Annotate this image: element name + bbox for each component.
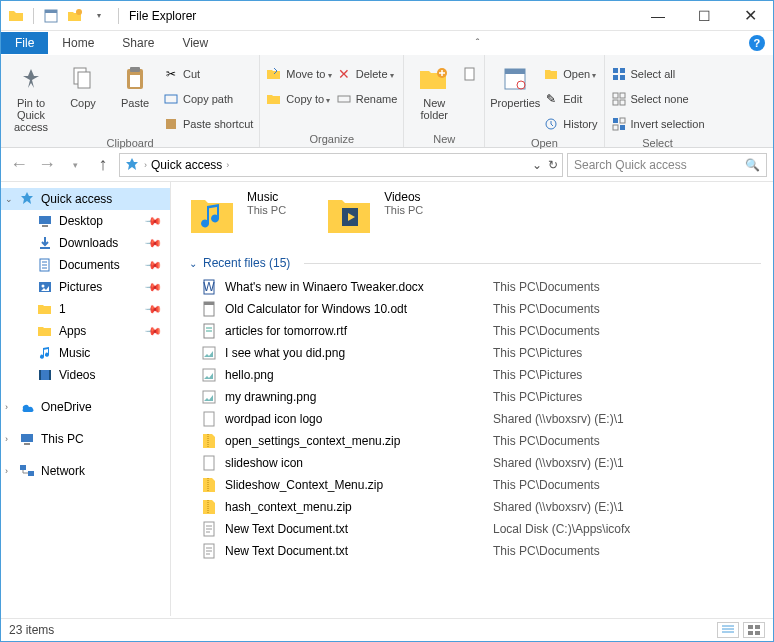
chevron-icon[interactable]: › — [144, 160, 147, 170]
file-row[interactable]: WWhat's new in Winaero Tweaker.docxThis … — [189, 276, 761, 298]
address-dropdown-icon[interactable]: ⌄ — [532, 158, 542, 172]
svg-rect-57 — [755, 625, 760, 629]
search-icon: 🔍 — [745, 158, 760, 172]
paste-button[interactable]: Paste — [111, 59, 159, 109]
tab-file[interactable]: File — [1, 32, 48, 54]
expand-icon[interactable]: › — [5, 434, 8, 444]
qat-properties-icon[interactable] — [40, 5, 62, 27]
collapse-ribbon-icon[interactable]: ˆ — [476, 36, 488, 50]
tree-item[interactable]: Videos — [1, 364, 170, 386]
newfolder-button[interactable]: New folder — [410, 59, 458, 121]
invertselection-button[interactable]: Invert selection — [611, 113, 705, 135]
file-row[interactable]: Slideshow_Context_Menu.zipThis PC\Docume… — [189, 474, 761, 496]
pin-quick-access-button[interactable]: Pin to Quick access — [7, 59, 55, 133]
file-row[interactable]: my drawning.pngThis PC\Pictures — [189, 386, 761, 408]
file-row[interactable]: articles for tomorrow.rtfThis PC\Documen… — [189, 320, 761, 342]
tree-item[interactable]: 1📌 — [1, 298, 170, 320]
maximize-button[interactable]: ☐ — [681, 1, 727, 31]
file-row[interactable]: wordpad icon logoShared (\\vboxsrv) (E:)… — [189, 408, 761, 430]
selectall-button[interactable]: Select all — [611, 63, 705, 85]
tab-share[interactable]: Share — [108, 32, 168, 54]
file-row[interactable]: I see what you did.pngThis PC\Pictures — [189, 342, 761, 364]
nav-back-button[interactable]: ← — [7, 153, 31, 177]
svg-rect-35 — [39, 370, 41, 380]
titlebar: ▾ File Explorer — ☐ ✕ — [1, 1, 773, 31]
file-row[interactable]: hello.pngThis PC\Pictures — [189, 364, 761, 386]
tree-item-icon — [37, 323, 53, 339]
refresh-icon[interactable]: ↻ — [548, 158, 558, 172]
file-row[interactable]: slideshow iconShared (\\vboxsrv) (E:)\1 — [189, 452, 761, 474]
tree-onedrive[interactable]: ›OneDrive — [1, 396, 170, 418]
tree-item-label: Pictures — [59, 280, 102, 294]
history-button[interactable]: History — [543, 113, 597, 135]
file-row[interactable]: hash_context_menu.zipShared (\\vboxsrv) … — [189, 496, 761, 518]
tree-network[interactable]: ›Network — [1, 460, 170, 482]
address-bar[interactable]: › Quick access › ⌄ ↻ — [119, 153, 563, 177]
help-icon[interactable]: ? — [749, 35, 765, 51]
status-bar: 23 items — [1, 618, 773, 641]
svg-rect-53 — [204, 456, 214, 470]
moveto-button[interactable]: Move to — [266, 63, 331, 85]
copypath-button[interactable]: Copy path — [163, 88, 253, 110]
expand-icon[interactable]: ⌄ — [5, 194, 13, 204]
folder-icon — [189, 190, 237, 238]
nav-forward-button[interactable]: → — [35, 153, 59, 177]
edit-button[interactable]: ✎Edit — [543, 88, 597, 110]
tree-item[interactable]: Music — [1, 342, 170, 364]
tree-item[interactable]: Documents📌 — [1, 254, 170, 276]
recent-files-header[interactable]: ⌄ Recent files (15) — [189, 256, 761, 270]
tree-thispc[interactable]: ›This PC — [1, 428, 170, 450]
properties-button[interactable]: Properties — [491, 59, 539, 109]
expand-icon[interactable]: › — [5, 466, 8, 476]
file-icon — [201, 433, 217, 449]
file-path: This PC\Documents — [493, 280, 600, 294]
file-icon — [201, 499, 217, 515]
rename-button[interactable]: Rename — [336, 88, 398, 110]
svg-rect-6 — [130, 67, 140, 72]
tree-item[interactable]: Desktop📌 — [1, 210, 170, 232]
breadcrumb-root[interactable]: Quick access — [151, 158, 222, 172]
close-button[interactable]: ✕ — [727, 1, 773, 31]
delete-button[interactable]: ✕Delete — [336, 63, 398, 85]
tab-home[interactable]: Home — [48, 32, 108, 54]
file-icon — [201, 301, 217, 317]
newitem-button[interactable] — [462, 63, 478, 85]
file-row[interactable]: New Text Document.txtLocal Disk (C:)\App… — [189, 518, 761, 540]
pasteshortcut-button[interactable]: Paste shortcut — [163, 113, 253, 135]
copyto-button[interactable]: Copy to — [266, 88, 331, 110]
copy-button[interactable]: Copy — [59, 59, 107, 109]
file-icon — [201, 345, 217, 361]
file-path: This PC\Documents — [493, 324, 600, 338]
file-row[interactable]: Old Calculator for Windows 10.odtThis PC… — [189, 298, 761, 320]
status-item-count: 23 items — [9, 623, 54, 637]
navbar: ← → ▾ ↑ › Quick access › ⌄ ↻ Search Quic… — [1, 148, 773, 182]
view-thumbnails-button[interactable] — [743, 622, 765, 638]
chevron-icon[interactable]: › — [226, 160, 229, 170]
folder-tile[interactable]: VideosThis PC — [326, 190, 423, 238]
folder-tile[interactable]: MusicThis PC — [189, 190, 286, 238]
qat-newfolder-icon[interactable] — [64, 5, 86, 27]
cut-button[interactable]: ✂Cut — [163, 63, 253, 85]
search-box[interactable]: Search Quick access 🔍 — [567, 153, 767, 177]
file-path: Shared (\\vboxsrv) (E:)\1 — [493, 412, 624, 426]
collapse-icon[interactable]: ⌄ — [189, 258, 197, 269]
file-row[interactable]: New Text Document.txtThis PC\Documents — [189, 540, 761, 562]
tab-view[interactable]: View — [168, 32, 222, 54]
tree-item[interactable]: Downloads📌 — [1, 232, 170, 254]
selectnone-button[interactable]: Select none — [611, 88, 705, 110]
file-path: Local Disk (C:)\Apps\icofx — [493, 522, 630, 536]
tree-item[interactable]: Pictures📌 — [1, 276, 170, 298]
svg-rect-9 — [166, 119, 176, 129]
tree-quick-access[interactable]: ⌄ Quick access — [1, 188, 170, 210]
svg-rect-47 — [204, 302, 214, 305]
nav-recent-button[interactable]: ▾ — [63, 153, 87, 177]
expand-icon[interactable]: › — [5, 402, 8, 412]
file-row[interactable]: open_settings_context_menu.zipThis PC\Do… — [189, 430, 761, 452]
quick-access-icon — [124, 157, 140, 173]
open-button[interactable]: Open — [543, 63, 597, 85]
nav-up-button[interactable]: ↑ — [91, 153, 115, 177]
qat-dropdown-icon[interactable]: ▾ — [88, 5, 110, 27]
tree-item[interactable]: Apps📌 — [1, 320, 170, 342]
view-details-button[interactable] — [717, 622, 739, 638]
minimize-button[interactable]: — — [635, 1, 681, 31]
